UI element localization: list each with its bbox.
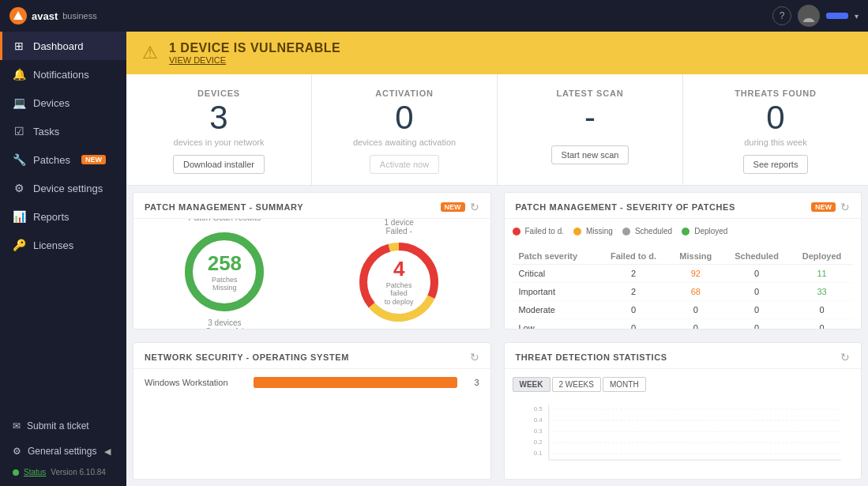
sidebar-label-reports: Reports (33, 211, 70, 223)
network-os-actions: ↻ (470, 351, 479, 364)
scheduled-dot (622, 228, 630, 235)
os-bar (254, 377, 457, 388)
scheduled-label: Scheduled (635, 227, 672, 235)
sidebar-nav: ⊞Dashboard🔔Notifications💻Devices☑Tasks🔧P… (0, 32, 126, 259)
table-row: Important 2 68 0 33 (513, 283, 854, 301)
patch-severity-header: PATCH MANAGEMENT - SEVERITY OF PATCHES N… (505, 193, 862, 219)
logo-sub: business (62, 11, 96, 21)
svg-point-0 (806, 11, 812, 17)
time-tab-2-weeks[interactable]: 2 WEEKS (552, 377, 601, 392)
stat-desc-activation: devices awaiting activation (353, 138, 456, 147)
topbar-action-button[interactable] (826, 13, 848, 19)
svg-text:0.5: 0.5 (533, 405, 543, 413)
time-tab-month[interactable]: MONTH (603, 377, 646, 392)
sidebar-item-devices[interactable]: 💻Devices (0, 89, 126, 117)
badge-new-patches: NEW (81, 155, 106, 164)
refresh-icon[interactable]: ↻ (470, 201, 479, 213)
main-content: ⚠ 1 DEVICE IS VULNERABLE VIEW DEVICE DEV… (126, 32, 868, 486)
network-os-panel: NETWORK SECURITY - OPERATING SYSTEM ↻ Wi… (133, 342, 491, 480)
submit-ticket-button[interactable]: ✉ Submit a ticket (0, 414, 126, 438)
severity-legend: Failed to d. Missing Scheduled Depl (513, 227, 854, 235)
stat-desc-threats-found: during this week (744, 138, 807, 147)
stat-value-latest-scan: - (584, 101, 596, 134)
deploy-sub: 2 devicesMissing (382, 329, 415, 330)
sidebar-label-devices: Devices (33, 97, 70, 109)
scan-label: Patch Scan results (189, 219, 261, 222)
patch-severity-body: Failed to d. Missing Scheduled Depl (505, 219, 862, 329)
time-tabs: WEEK2 WEEKSMONTH (513, 377, 854, 392)
missing-val: 92 (669, 265, 723, 283)
collapse-icon[interactable]: ◀ (104, 446, 111, 457)
logo: avast business (9, 7, 97, 24)
stat-btn-devices[interactable]: Download installer (173, 155, 265, 174)
network-os-body: Windows Workstation 3 (133, 369, 490, 479)
threat-detection-header: THREAT DETECTION STATISTICS ↻ (505, 343, 862, 369)
severity-label: Critical (513, 265, 599, 283)
help-button[interactable]: ? (772, 6, 791, 25)
status-link[interactable]: Status (24, 468, 46, 477)
dashboard-grid: PATCH MANAGEMENT - SUMMARY NEW ↻ Patch S… (126, 186, 868, 486)
sidebar-item-reports[interactable]: 📊Reports (0, 202, 126, 231)
sidebar-item-licenses[interactable]: 🔑Licenses (0, 231, 126, 259)
sidebar-item-patches[interactable]: 🔧PatchesNEW (0, 145, 126, 174)
sidebar-item-tasks[interactable]: ☑Tasks (0, 117, 126, 145)
failed-label: Failed to d. (525, 227, 564, 235)
stat-btn-latest-scan[interactable]: Start new scan (551, 145, 629, 164)
stat-label-threats-found: THREATS FOUND (735, 89, 817, 98)
stat-card-devices: DEVICES 3 devices in your network Downlo… (126, 74, 312, 185)
patch-summary-actions: NEW ↻ (438, 201, 479, 213)
patch-summary-title: PATCH MANAGEMENT - SUMMARY (145, 202, 303, 212)
sidebar-item-device-settings[interactable]: ⚙Device settings (0, 174, 126, 202)
submit-ticket-label: Submit a ticket (27, 420, 89, 431)
sidebar-bottom: ✉ Submit a ticket ⚙ General settings ◀ S… (0, 414, 126, 480)
stat-card-threats-found: THREATS FOUND 0 during this week See rep… (683, 74, 868, 185)
deploy-donut: 4 Patches failedto deploy (355, 239, 442, 326)
scan-text: PatchesMissing (208, 275, 242, 292)
deployed-val: 11 (791, 265, 853, 283)
severity-label: Important (513, 283, 599, 301)
stat-btn-threats-found[interactable]: See reports (743, 155, 809, 174)
scheduled-val: 0 (723, 265, 791, 283)
view-device-link[interactable]: VIEW DEVICE (169, 55, 340, 65)
severity-label: Moderate (513, 301, 599, 319)
logo-text: avast (32, 10, 58, 22)
network-os-refresh-icon[interactable]: ↻ (470, 351, 479, 364)
missing-val: 0 (669, 319, 723, 330)
failed-val: 2 (598, 283, 668, 301)
scan-donut: 258 PatchesMissing (181, 228, 268, 315)
device-settings-icon: ⚙ (13, 182, 25, 194)
general-settings-button[interactable]: ⚙ General settings ◀ (0, 439, 126, 463)
general-settings-label: General settings (28, 446, 96, 457)
patch-severity-panel: PATCH MANAGEMENT - SEVERITY OF PATCHES N… (504, 192, 862, 330)
svg-text:0.4: 0.4 (533, 416, 543, 424)
patch-summary-body: Patch Scan results 258 PatchesMissing (133, 219, 490, 329)
scan-col: Patch Scan results 258 PatchesMissing (141, 227, 308, 321)
severity-refresh-icon[interactable]: ↻ (840, 201, 850, 213)
network-os-title: NETWORK SECURITY - OPERATING SYSTEM (145, 352, 349, 362)
avatar[interactable] (798, 5, 820, 27)
threat-detection-body: WEEK2 WEEKSMONTH 0.5 0.4 0.3 0.2 0.1 (505, 369, 862, 479)
time-tab-week[interactable]: WEEK (513, 377, 550, 392)
failed-val: 2 (598, 265, 668, 283)
chevron-down-icon[interactable]: ▾ (855, 12, 859, 21)
deploy-text: Patches failedto deploy (378, 281, 421, 307)
sidebar-item-dashboard[interactable]: ⊞Dashboard (0, 32, 126, 60)
scheduled-val: 0 (723, 301, 791, 319)
severity-label: Low (513, 319, 599, 330)
deploy-value: 4 (378, 257, 421, 281)
status-bar: Status Version 6.10.84 (0, 465, 126, 480)
sidebar-label-tasks: Tasks (33, 126, 59, 138)
patch-summary-header: PATCH MANAGEMENT - SUMMARY NEW ↻ (133, 193, 490, 219)
version-text: Version 6.10.84 (51, 468, 106, 477)
patches-icon: 🔧 (13, 153, 25, 166)
threat-refresh-icon[interactable]: ↻ (840, 351, 850, 364)
os-count: 3 (464, 378, 479, 387)
warning-icon: ⚠ (142, 43, 158, 63)
alert-banner: ⚠ 1 DEVICE IS VULNERABLE VIEW DEVICE (126, 32, 868, 74)
stat-label-devices: DEVICES (197, 89, 240, 98)
scheduled-val: 0 (723, 283, 791, 301)
table-row: Moderate 0 0 0 0 (513, 301, 854, 319)
sidebar-item-notifications[interactable]: 🔔Notifications (0, 60, 126, 89)
sidebar-label-device-settings: Device settings (33, 183, 103, 194)
patch-summary-badge: NEW (441, 202, 465, 212)
